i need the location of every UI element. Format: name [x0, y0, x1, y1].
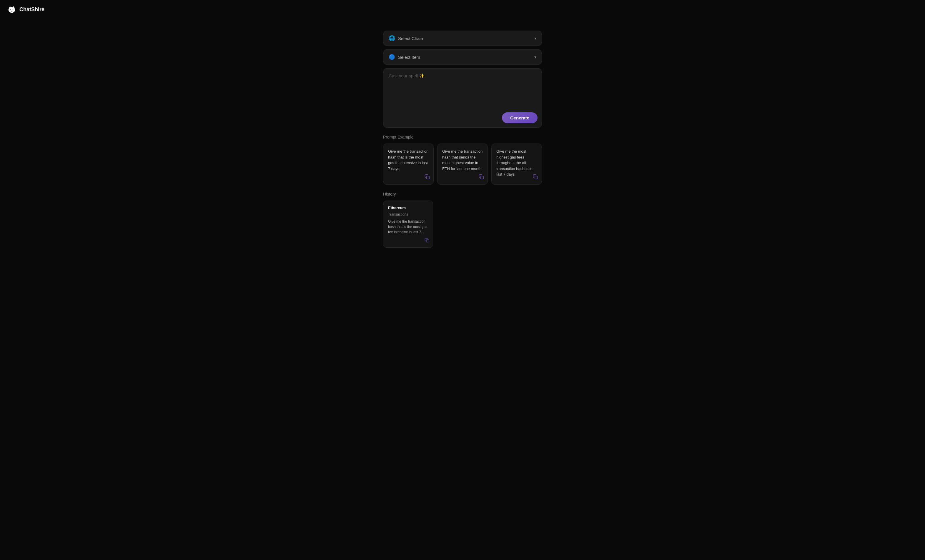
svg-rect-6 [481, 176, 484, 179]
prompts-section-label: Prompt Example [383, 135, 542, 139]
spell-textarea[interactable] [389, 73, 536, 108]
svg-marker-1 [9, 6, 11, 8]
center-panel: 🌐 Select Chain ▾ 🔵 Select Item ▾ Generat… [383, 30, 542, 128]
prompt-card-3-text: Give me the most highest gas fees throug… [496, 149, 537, 180]
svg-marker-2 [13, 6, 14, 8]
history-section: History Ethereum Transactions Give me th… [383, 192, 542, 248]
logo-icon [7, 5, 17, 14]
history-chain-label-1: Ethereum [388, 206, 428, 210]
prompt-card-2[interactable]: Give me the transaction hash that sends … [437, 143, 488, 185]
svg-rect-7 [535, 176, 538, 179]
prompts-section: Prompt Example Give me the transaction h… [383, 135, 542, 185]
select-item-dropdown[interactable]: 🔵 Select Item ▾ [383, 50, 542, 65]
prompt-card-1-text: Give me the transaction hash that is the… [388, 149, 429, 180]
generate-button[interactable]: Generate [502, 112, 538, 123]
item-dot-icon: 🔵 [389, 54, 395, 60]
copy-history-1-button[interactable] [425, 238, 429, 244]
logo-text: ChatShire [20, 6, 44, 13]
main-content: 🌐 Select Chain ▾ 🔵 Select Item ▾ Generat… [0, 19, 925, 560]
select-chain-label: Select Chain [398, 36, 423, 41]
svg-point-4 [12, 9, 13, 10]
item-chevron-icon: ▾ [534, 55, 536, 59]
select-item-label: Select Item [398, 55, 420, 60]
select-item-left: 🔵 Select Item [389, 54, 420, 60]
svg-rect-8 [426, 240, 429, 242]
prompts-cards-grid: Give me the transaction hash that is the… [383, 143, 542, 185]
spell-box: Generate [383, 68, 542, 128]
history-card-1[interactable]: Ethereum Transactions Give me the transa… [383, 200, 433, 248]
history-section-label: History [383, 192, 542, 196]
history-card-text-1: Give me the transaction hash that is the… [388, 219, 428, 242]
copy-prompt-3-button[interactable] [533, 174, 538, 181]
prompt-card-3[interactable]: Give me the most highest gas fees throug… [491, 143, 542, 185]
svg-rect-5 [426, 176, 429, 179]
copy-prompt-2-button[interactable] [479, 174, 484, 181]
history-cards-list: Ethereum Transactions Give me the transa… [383, 200, 542, 248]
logo-container: ChatShire [7, 5, 44, 14]
prompt-card-2-text: Give me the transaction hash that sends … [442, 149, 483, 180]
copy-icon-3 [533, 174, 538, 179]
header: ChatShire [0, 0, 925, 19]
copy-prompt-1-button[interactable] [425, 174, 430, 181]
select-chain-dropdown[interactable]: 🌐 Select Chain ▾ [383, 30, 542, 46]
svg-point-3 [10, 9, 11, 10]
copy-icon-history-1 [425, 238, 429, 242]
chain-chevron-icon: ▾ [534, 36, 536, 41]
chain-globe-icon: 🌐 [389, 35, 395, 41]
select-chain-left: 🌐 Select Chain [389, 35, 423, 41]
copy-icon-1 [425, 174, 430, 179]
history-item-label-1: Transactions [388, 212, 428, 217]
copy-icon-2 [479, 174, 484, 179]
prompt-card-1[interactable]: Give me the transaction hash that is the… [383, 143, 434, 185]
